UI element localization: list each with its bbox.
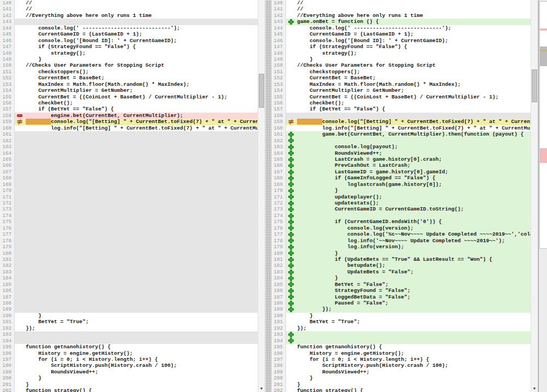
right-code-line-165[interactable]: 165 LastCrash = game.history[0].crash; [272, 156, 531, 162]
left-scrollbar-thumb[interactable] [259, 74, 264, 108]
left-code-line-144[interactable]: 144 console.log(' ----------------------… [0, 25, 258, 31]
right-code-line-200[interactable]: 200 } [272, 375, 531, 381]
left-code-line-176[interactable]: 176 [0, 225, 258, 231]
left-code-line-145[interactable]: 145 CurrentGameID = (LastGameID + 1); [0, 31, 258, 37]
right-code-line-184[interactable]: 184 } [272, 275, 531, 281]
right-code-line-176[interactable]: 176 console.log(version); [272, 225, 531, 231]
left-code-line-167[interactable]: 167 [0, 169, 258, 175]
right-code-line-169[interactable]: 169 loglastcrash(game.history[0]); [272, 182, 531, 188]
right-code-line-163[interactable]: 163 console.log(payout); [272, 144, 531, 150]
right-code-line-141[interactable]: 141// [272, 6, 531, 12]
right-code-line-142[interactable]: 142//Everything above here only runs 1 t… [272, 13, 531, 19]
left-code-line-168[interactable]: 168 [0, 175, 258, 181]
removed-line-mark[interactable] [540, 28, 547, 31]
right-vertical-scrollbar[interactable]: ▾ [531, 0, 538, 392]
left-code-line-160[interactable]: 160 log.info("[Betting] " + CurrentBet.t… [0, 125, 258, 131]
left-code-line-194[interactable]: 194 [0, 338, 258, 344]
right-code-line-170[interactable]: 170 } [272, 188, 531, 194]
left-code-line-162[interactable]: 162 [0, 138, 258, 144]
changed-line-mark[interactable] [540, 50, 547, 51]
right-code-line-158[interactable]: 158 [272, 113, 531, 119]
left-code-line-187[interactable]: 187 [0, 294, 258, 300]
left-code-line-141[interactable]: 141// [0, 6, 258, 12]
right-code-line-182[interactable]: 182 betupdate(); [272, 262, 531, 268]
right-code-line-194[interactable]: 194 [272, 338, 531, 344]
left-code-line-198[interactable]: 198 ScriptHistory.push(History.crash / 1… [0, 362, 258, 368]
left-code-line-202[interactable]: 202function strategy() { [0, 388, 258, 392]
left-code-line-147[interactable]: 147 if (StrategyFound == "False") { [0, 44, 258, 50]
left-code-line-142[interactable]: 142//Everything above here only runs 1 t… [0, 13, 258, 19]
right-code-line-149[interactable]: 149 } [272, 56, 531, 62]
right-code-line-202[interactable]: 202function strategy() { [272, 388, 531, 392]
left-code-line-177[interactable]: 177 [0, 231, 258, 237]
right-code-line-168[interactable]: 168 if (GameInfoLogged == "False") { [272, 175, 531, 181]
right-code-line-180[interactable]: 180 } [272, 250, 531, 256]
right-code-line-178[interactable]: 178 log.info('~~Nov~~~~ Update Completed… [272, 238, 531, 244]
right-code-line-156[interactable]: 156 checkbet(); [272, 100, 531, 106]
left-scrollbar-down-arrow[interactable]: ▾ [258, 385, 265, 392]
left-code-line-171[interactable]: 171 [0, 194, 258, 200]
right-code-line-173[interactable]: 173 CurrentGameID = CurrentGameID.toStri… [272, 206, 531, 212]
right-code-line-171[interactable]: 171 updateplayer(); [272, 194, 531, 200]
left-code-line-140[interactable]: 140// [0, 0, 258, 6]
right-code-line-145[interactable]: 145 CurrentGameID = (LastGameID + 1); [272, 31, 531, 37]
left-vertical-scrollbar[interactable]: ▾ [258, 0, 265, 392]
left-code-line-197[interactable]: 197 for (i = 0; i < History.length; i++)… [0, 356, 258, 362]
right-code-line-190[interactable]: 190 } [272, 313, 531, 319]
left-code-line-163[interactable]: 163 [0, 144, 258, 150]
right-code-line-201[interactable]: 201} [272, 382, 531, 388]
right-code-line-191[interactable]: 191 BetYet = "True"; [272, 319, 531, 325]
difference-mark[interactable] [540, 148, 547, 163]
left-code-line-182[interactable]: 182 [0, 262, 258, 268]
location-overview-pane[interactable] [538, 0, 547, 392]
right-code-line-140[interactable]: 140// [272, 0, 531, 6]
right-code-line-155[interactable]: 155 CurrentBet = ((CoinLost + BaseBet) /… [272, 94, 531, 100]
left-code-line-183[interactable]: 183 [0, 269, 258, 275]
right-code-line-198[interactable]: 198 ScriptHistory.push(History.crash / 1… [272, 362, 531, 368]
left-code-line-174[interactable]: 174 [0, 213, 258, 219]
left-code-line-159[interactable]: 159 console.log("[Betting] " + CurrentBe… [0, 119, 258, 125]
left-code-line-175[interactable]: 175 [0, 219, 258, 225]
left-code-line-152[interactable]: 152 CurrentBet = BaseBet; [0, 75, 258, 81]
left-code-line-201[interactable]: 201} [0, 382, 258, 388]
right-code-line-153[interactable]: 153 MaxIndex = Math.floor(Math.random() … [272, 81, 531, 87]
left-code-line-166[interactable]: 166 [0, 162, 258, 168]
left-code-line-199[interactable]: 199 RoundsViewed++; [0, 369, 258, 375]
left-code-line-193[interactable]: 193 [0, 331, 258, 337]
right-code-line-183[interactable]: 183 UpdateBets = "False"; [272, 269, 531, 275]
right-code-line-154[interactable]: 154 CurrentMultiplier = GetNumber; [272, 87, 531, 93]
left-code-line-189[interactable]: 189 [0, 306, 258, 312]
left-code-line-165[interactable]: 165 [0, 156, 258, 162]
right-code-line-192[interactable]: 192}); [272, 325, 531, 331]
left-code-line-148[interactable]: 148 strategy(); [0, 50, 258, 56]
left-code-line-184[interactable]: 184 [0, 275, 258, 281]
right-scrollbar-down-arrow[interactable]: ▾ [531, 385, 538, 392]
left-code-line-151[interactable]: 151 checkstoppers(); [0, 69, 258, 75]
left-code-line-154[interactable]: 154 CurrentMultiplier = GetNumber; [0, 87, 258, 93]
left-code-line-164[interactable]: 164 [0, 150, 258, 156]
right-code-line-185[interactable]: 185 BetYet = "False"; [272, 282, 531, 288]
right-scrollbar-thumb[interactable] [532, 69, 537, 102]
left-code-line-190[interactable]: 190 } [0, 313, 258, 319]
left-code-line-181[interactable]: 181 [0, 256, 258, 262]
right-code-line-186[interactable]: 186 StrategyFound = "False"; [272, 288, 531, 294]
left-code-line-170[interactable]: 170 [0, 188, 258, 194]
left-code-line-146[interactable]: 146 console.log('[Round ID]: ' + Current… [0, 38, 258, 44]
left-code-line-173[interactable]: 173 [0, 206, 258, 212]
left-code-line-179[interactable]: 179 [0, 244, 258, 250]
right-code-line-147[interactable]: 147 if (StrategyFound == "False") { [272, 44, 531, 50]
left-code-line-156[interactable]: 156 checkbet(); [0, 100, 258, 106]
right-code-line-159[interactable]: 159 console.log("[Betting] " + CurrentBe… [272, 119, 531, 125]
right-code-line-174[interactable]: 174 [272, 213, 531, 219]
right-code-line-146[interactable]: 146 console.log('[Round ID]: ' + Current… [272, 38, 531, 44]
pane-splitter[interactable] [265, 0, 272, 392]
right-code-line-188[interactable]: 188 Paused = "False"; [272, 300, 531, 306]
right-code-line-179[interactable]: 179 log.info(version); [272, 244, 531, 250]
right-code-line-199[interactable]: 199 RoundsViewed++; [272, 369, 531, 375]
left-code-line-186[interactable]: 186 [0, 288, 258, 294]
right-code-line-167[interactable]: 167 LastGameID = game.history[0].gameId; [272, 169, 531, 175]
right-code-line-152[interactable]: 152 CurrentBet = BaseBet; [272, 75, 531, 81]
right-code-line-160[interactable]: 160 log.info("[Betting] " + CurrentBet.t… [272, 125, 531, 131]
right-code-line-157[interactable]: 157 if (BetYet == "False") { [272, 106, 531, 112]
right-code-line-151[interactable]: 151 checkstoppers(); [272, 69, 531, 75]
